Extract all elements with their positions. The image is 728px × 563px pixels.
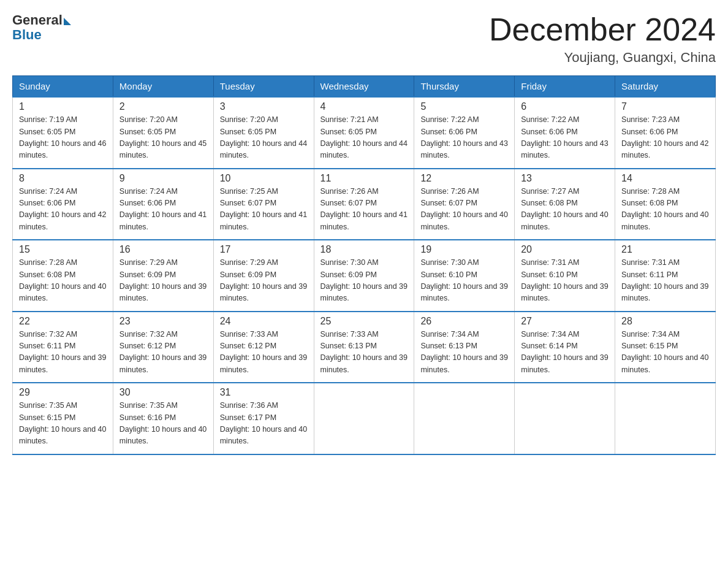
day-number: 27 — [521, 316, 609, 327]
calendar-cell: 22 Sunrise: 7:32 AMSunset: 6:11 PMDaylig… — [13, 312, 113, 383]
day-info: Sunrise: 7:19 AMSunset: 6:05 PMDaylight:… — [19, 115, 106, 159]
day-info: Sunrise: 7:27 AMSunset: 6:08 PMDaylight:… — [521, 187, 608, 231]
calendar-week-row: 29 Sunrise: 7:35 AMSunset: 6:15 PMDaylig… — [13, 383, 716, 454]
logo-blue-text: Blue — [12, 27, 42, 43]
header-sunday: Sunday — [13, 76, 113, 98]
day-number: 19 — [420, 244, 508, 255]
calendar-week-row: 8 Sunrise: 7:24 AMSunset: 6:06 PMDayligh… — [13, 169, 716, 240]
day-number: 22 — [19, 316, 107, 327]
day-number: 3 — [220, 101, 308, 112]
header-tuesday: Tuesday — [213, 76, 314, 98]
day-info: Sunrise: 7:24 AMSunset: 6:06 PMDaylight:… — [19, 187, 106, 231]
calendar-cell: 1 Sunrise: 7:19 AMSunset: 6:05 PMDayligh… — [13, 97, 113, 169]
logo-general-text: General — [12, 12, 63, 28]
calendar-cell: 8 Sunrise: 7:24 AMSunset: 6:06 PMDayligh… — [13, 169, 113, 240]
day-info: Sunrise: 7:31 AMSunset: 6:10 PMDaylight:… — [521, 258, 608, 302]
day-number: 13 — [521, 173, 609, 184]
header-saturday: Saturday — [615, 76, 716, 98]
calendar-cell: 17 Sunrise: 7:29 AMSunset: 6:09 PMDaylig… — [213, 240, 314, 312]
calendar-cell: 28 Sunrise: 7:34 AMSunset: 6:15 PMDaylig… — [615, 312, 716, 383]
day-number: 12 — [420, 173, 508, 184]
calendar-cell: 30 Sunrise: 7:35 AMSunset: 6:16 PMDaylig… — [113, 383, 213, 454]
day-number: 26 — [420, 316, 508, 327]
day-info: Sunrise: 7:32 AMSunset: 6:11 PMDaylight:… — [19, 330, 106, 374]
day-info: Sunrise: 7:34 AMSunset: 6:14 PMDaylight:… — [521, 330, 608, 374]
day-number: 6 — [521, 101, 609, 112]
calendar-week-row: 1 Sunrise: 7:19 AMSunset: 6:05 PMDayligh… — [13, 97, 716, 169]
day-info: Sunrise: 7:33 AMSunset: 6:13 PMDaylight:… — [320, 330, 408, 374]
day-info: Sunrise: 7:20 AMSunset: 6:05 PMDaylight:… — [220, 115, 307, 159]
logo-triangle-icon — [64, 18, 71, 25]
day-number: 5 — [420, 101, 508, 112]
day-info: Sunrise: 7:29 AMSunset: 6:09 PMDaylight:… — [119, 258, 207, 302]
day-number: 1 — [19, 101, 107, 112]
day-info: Sunrise: 7:26 AMSunset: 6:07 PMDaylight:… — [420, 187, 507, 231]
title-block: December 2024 Youjiang, Guangxi, China — [489, 12, 716, 66]
day-info: Sunrise: 7:22 AMSunset: 6:06 PMDaylight:… — [521, 115, 608, 159]
day-number: 9 — [119, 173, 207, 184]
header-thursday: Thursday — [414, 76, 515, 98]
day-info: Sunrise: 7:35 AMSunset: 6:15 PMDaylight:… — [19, 401, 106, 445]
calendar-cell — [414, 383, 515, 454]
day-number: 21 — [621, 244, 709, 255]
calendar-cell: 4 Sunrise: 7:21 AMSunset: 6:05 PMDayligh… — [314, 97, 414, 169]
day-number: 29 — [19, 387, 107, 398]
calendar-cell: 25 Sunrise: 7:33 AMSunset: 6:13 PMDaylig… — [314, 312, 414, 383]
calendar-week-row: 15 Sunrise: 7:28 AMSunset: 6:08 PMDaylig… — [13, 240, 716, 312]
calendar-cell: 21 Sunrise: 7:31 AMSunset: 6:11 PMDaylig… — [615, 240, 716, 312]
day-number: 20 — [521, 244, 609, 255]
day-number: 11 — [320, 173, 408, 184]
day-number: 8 — [19, 173, 107, 184]
day-info: Sunrise: 7:33 AMSunset: 6:12 PMDaylight:… — [220, 330, 307, 374]
calendar-cell: 31 Sunrise: 7:36 AMSunset: 6:17 PMDaylig… — [213, 383, 314, 454]
calendar-header-row: SundayMondayTuesdayWednesdayThursdayFrid… — [13, 76, 716, 98]
day-number: 2 — [119, 101, 207, 112]
day-number: 16 — [119, 244, 207, 255]
day-info: Sunrise: 7:23 AMSunset: 6:06 PMDaylight:… — [621, 115, 708, 159]
calendar-cell: 27 Sunrise: 7:34 AMSunset: 6:14 PMDaylig… — [515, 312, 615, 383]
day-number: 18 — [320, 244, 408, 255]
day-number: 4 — [320, 101, 408, 112]
calendar-cell: 16 Sunrise: 7:29 AMSunset: 6:09 PMDaylig… — [113, 240, 213, 312]
calendar-cell: 9 Sunrise: 7:24 AMSunset: 6:06 PMDayligh… — [113, 169, 213, 240]
calendar-cell: 7 Sunrise: 7:23 AMSunset: 6:06 PMDayligh… — [615, 97, 716, 169]
day-info: Sunrise: 7:36 AMSunset: 6:17 PMDaylight:… — [220, 401, 307, 445]
day-number: 17 — [220, 244, 308, 255]
calendar-cell: 23 Sunrise: 7:32 AMSunset: 6:12 PMDaylig… — [113, 312, 213, 383]
day-number: 15 — [19, 244, 107, 255]
day-info: Sunrise: 7:28 AMSunset: 6:08 PMDaylight:… — [621, 187, 708, 231]
calendar-cell: 5 Sunrise: 7:22 AMSunset: 6:06 PMDayligh… — [414, 97, 515, 169]
header-wednesday: Wednesday — [314, 76, 414, 98]
calendar-cell: 19 Sunrise: 7:30 AMSunset: 6:10 PMDaylig… — [414, 240, 515, 312]
day-number: 23 — [119, 316, 207, 327]
day-info: Sunrise: 7:24 AMSunset: 6:06 PMDaylight:… — [119, 187, 207, 231]
day-number: 25 — [320, 316, 408, 327]
day-info: Sunrise: 7:31 AMSunset: 6:11 PMDaylight:… — [621, 258, 708, 302]
calendar-cell: 18 Sunrise: 7:30 AMSunset: 6:09 PMDaylig… — [314, 240, 414, 312]
day-info: Sunrise: 7:22 AMSunset: 6:06 PMDaylight:… — [420, 115, 507, 159]
page-header: General Blue December 2024 Youjiang, Gua… — [12, 12, 716, 66]
day-info: Sunrise: 7:29 AMSunset: 6:09 PMDaylight:… — [220, 258, 307, 302]
month-title: December 2024 — [489, 12, 716, 47]
day-info: Sunrise: 7:35 AMSunset: 6:16 PMDaylight:… — [119, 401, 207, 445]
logo: General Blue — [12, 12, 71, 43]
calendar-cell: 26 Sunrise: 7:34 AMSunset: 6:13 PMDaylig… — [414, 312, 515, 383]
calendar-cell: 12 Sunrise: 7:26 AMSunset: 6:07 PMDaylig… — [414, 169, 515, 240]
header-friday: Friday — [515, 76, 615, 98]
calendar-cell: 13 Sunrise: 7:27 AMSunset: 6:08 PMDaylig… — [515, 169, 615, 240]
location-title: Youjiang, Guangxi, China — [489, 50, 716, 66]
day-info: Sunrise: 7:26 AMSunset: 6:07 PMDaylight:… — [320, 187, 408, 231]
calendar-cell — [615, 383, 716, 454]
header-monday: Monday — [113, 76, 213, 98]
day-number: 31 — [220, 387, 308, 398]
calendar-table: SundayMondayTuesdayWednesdayThursdayFrid… — [12, 75, 716, 455]
calendar-cell: 20 Sunrise: 7:31 AMSunset: 6:10 PMDaylig… — [515, 240, 615, 312]
day-number: 10 — [220, 173, 308, 184]
day-info: Sunrise: 7:25 AMSunset: 6:07 PMDaylight:… — [220, 187, 307, 231]
day-info: Sunrise: 7:28 AMSunset: 6:08 PMDaylight:… — [19, 258, 106, 302]
calendar-cell: 2 Sunrise: 7:20 AMSunset: 6:05 PMDayligh… — [113, 97, 213, 169]
calendar-cell — [314, 383, 414, 454]
calendar-cell: 14 Sunrise: 7:28 AMSunset: 6:08 PMDaylig… — [615, 169, 716, 240]
calendar-cell: 15 Sunrise: 7:28 AMSunset: 6:08 PMDaylig… — [13, 240, 113, 312]
day-info: Sunrise: 7:30 AMSunset: 6:10 PMDaylight:… — [420, 258, 507, 302]
